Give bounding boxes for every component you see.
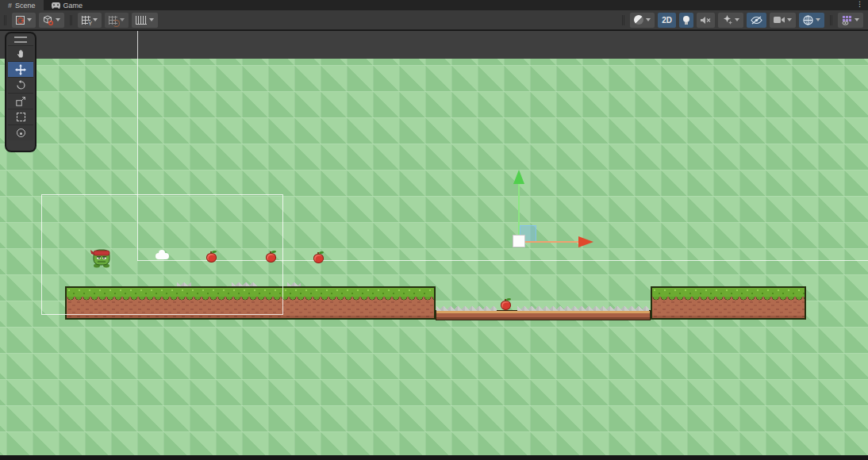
scene-viewport[interactable] (0, 31, 868, 460)
frame-red-circle-icon (16, 16, 25, 25)
effects-star-icon (722, 15, 732, 25)
chevron-down-icon (816, 18, 820, 24)
move-arrows-icon (15, 64, 26, 75)
hidden-objects-button[interactable] (747, 13, 766, 28)
shaded-sphere-icon (634, 15, 643, 25)
lightbulb-icon (683, 16, 689, 22)
camera-bounds-rect (41, 194, 283, 315)
toolbar-separator (4, 15, 6, 25)
window-bottom-edge (0, 455, 868, 460)
view-tab-bar: # Scene Game ⋮ (0, 0, 868, 10)
low-platform-strip[interactable] (436, 310, 651, 320)
scene-lighting-button[interactable] (679, 13, 693, 28)
grid-visibility-button[interactable]: Y (78, 13, 102, 28)
grass-layer (652, 288, 805, 297)
move-tool[interactable] (8, 61, 33, 77)
view-options-button[interactable] (39, 13, 64, 28)
scene-toolbar: Y 2D (0, 10, 868, 30)
toolbar-separator (70, 15, 72, 25)
spike-pit-left[interactable] (436, 304, 497, 311)
kebab-menu-icon[interactable]: ⋮ (856, 0, 863, 8)
toolbar-separator (622, 15, 624, 25)
tab-scene-label: Scene (15, 2, 36, 10)
chevron-down-icon (646, 18, 651, 24)
grid-y-icon: Y (82, 16, 90, 25)
rotate-icon (16, 80, 26, 90)
spike-pit-right[interactable] (517, 304, 649, 311)
chevron-down-icon (787, 18, 792, 24)
transform-icon (17, 128, 25, 137)
ruler-icon (136, 16, 147, 25)
tab-scene[interactable]: # Scene (0, 0, 44, 10)
view-hand-tool[interactable] (8, 45, 33, 61)
scale-icon (16, 96, 26, 106)
chevron-down-icon (149, 18, 154, 24)
gizmo-y-axis[interactable] (518, 184, 520, 242)
tab-game-label: Game (63, 2, 83, 10)
hand-icon (16, 48, 26, 59)
search-filter-button[interactable] (838, 13, 863, 28)
chevron-down-icon (27, 18, 32, 24)
component-filter-icon (842, 15, 852, 25)
audio-muted-icon (701, 16, 711, 25)
view-2d-button[interactable]: 2D (658, 13, 676, 28)
gizmo-center-handle[interactable] (513, 235, 525, 247)
dirt-layer (652, 300, 805, 318)
view-2d-label: 2D (662, 16, 672, 25)
gizmo-y-arrowhead[interactable] (513, 170, 524, 184)
eye-slash-icon (751, 16, 762, 25)
gizmo-x-axis[interactable] (525, 241, 579, 243)
tools-overlay (6, 33, 35, 151)
grid-snapping-button[interactable] (105, 13, 129, 28)
toolbar-separator (830, 15, 832, 25)
ground-platform-right[interactable] (651, 286, 806, 320)
snap-increment-button[interactable] (132, 13, 158, 28)
apple[interactable] (313, 254, 324, 263)
chevron-down-icon (855, 18, 859, 24)
apple-in-pit[interactable] (501, 301, 511, 310)
rotate-tool[interactable] (8, 77, 33, 93)
rect-icon (17, 113, 25, 121)
transform-tool[interactable] (8, 125, 33, 140)
tab-game[interactable]: Game (44, 0, 91, 10)
unity-editor-window: # Scene Game ⋮ Y (0, 0, 868, 460)
shading-mode-button[interactable] (630, 13, 655, 28)
gamepad-icon (52, 2, 60, 9)
gizmo-x-arrowhead[interactable] (578, 236, 593, 247)
draw-mode-button[interactable] (12, 13, 36, 28)
chevron-down-icon (56, 18, 60, 24)
camera-icon (774, 16, 785, 24)
rect-tool[interactable] (8, 109, 33, 125)
gizmo-globe-icon (803, 15, 813, 25)
chevron-down-icon (93, 18, 98, 24)
effects-button[interactable] (718, 13, 743, 28)
cube-red-circle-icon (43, 15, 53, 25)
chevron-down-icon (120, 18, 125, 24)
grid-snap-icon (109, 16, 117, 25)
drag-handle-icon[interactable] (14, 36, 27, 43)
chevron-down-icon (735, 18, 739, 24)
camera-settings-button[interactable] (770, 13, 796, 28)
scale-tool[interactable] (8, 93, 33, 109)
audio-button[interactable] (697, 13, 715, 28)
hash-icon: # (8, 2, 12, 10)
gizmos-button[interactable] (799, 13, 824, 28)
